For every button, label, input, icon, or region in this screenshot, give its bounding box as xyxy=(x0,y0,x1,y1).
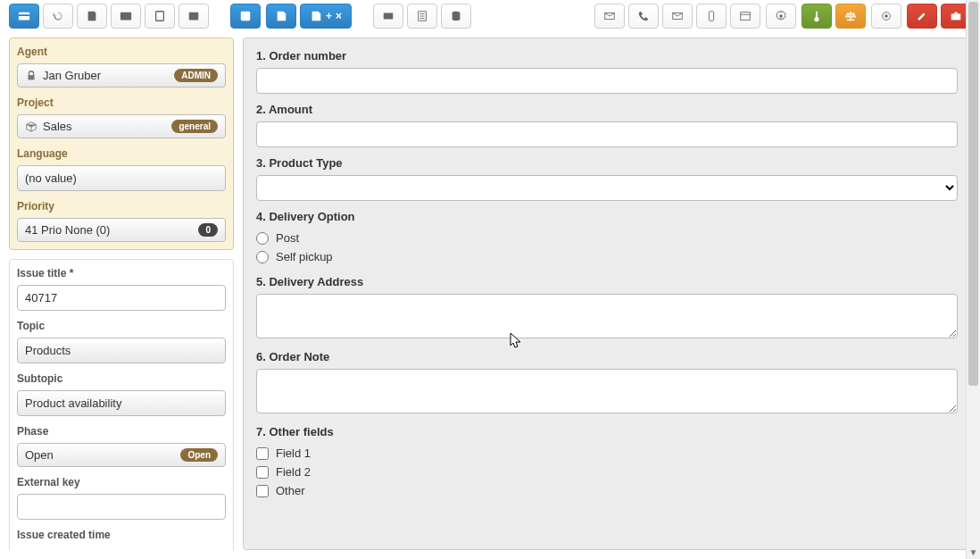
save-close-button[interactable]: + × xyxy=(300,4,352,29)
issuetitle-input[interactable] xyxy=(17,285,226,311)
delivery-self-radio-row[interactable]: Self pickup xyxy=(256,247,958,266)
f3-label: 3. Product Type xyxy=(256,156,958,170)
f6-label: 6. Order Note xyxy=(256,350,958,363)
svg-point-23 xyxy=(814,17,818,21)
language-field[interactable]: (no value) xyxy=(17,165,226,191)
delivery-self-radio[interactable] xyxy=(256,251,269,263)
delivery-address-textarea[interactable] xyxy=(256,294,958,338)
project-field[interactable]: Sales general xyxy=(17,114,226,138)
target-button[interactable] xyxy=(871,4,901,29)
issuetitle-label: Issue title * xyxy=(17,267,226,280)
idcard-button[interactable] xyxy=(111,4,141,29)
card-button[interactable] xyxy=(9,4,39,29)
view-list-button[interactable] xyxy=(407,4,437,29)
svg-rect-2 xyxy=(120,13,131,21)
delivery-post-radio[interactable] xyxy=(256,232,269,245)
svg-rect-8 xyxy=(313,13,317,15)
priority-badge: 0 xyxy=(198,223,218,237)
order-note-textarea[interactable] xyxy=(256,369,958,413)
save-button[interactable] xyxy=(266,4,296,29)
page-scrollbar[interactable]: ▼ xyxy=(966,0,980,559)
thermo-button[interactable] xyxy=(801,4,832,29)
externalkey-input[interactable] xyxy=(17,494,226,520)
svg-rect-27 xyxy=(954,13,958,14)
issuecreated-label: Issue created time xyxy=(17,529,226,541)
other-other-row[interactable]: Other xyxy=(256,481,958,500)
subtopic-field[interactable]: Product availability xyxy=(17,390,226,416)
main-form-area: 1. Order number 2. Amount 3. Product Typ… xyxy=(243,38,971,550)
other-other-check[interactable] xyxy=(256,485,269,497)
svg-rect-6 xyxy=(278,13,282,15)
phase-value: Open xyxy=(25,448,54,462)
externalkey-label: External key xyxy=(17,476,226,488)
delivery-post-radio-row[interactable]: Post xyxy=(256,229,958,247)
agent-label: Agent xyxy=(17,46,226,58)
save-close-plus: + xyxy=(326,10,332,22)
other-field2-check[interactable] xyxy=(256,466,269,479)
svg-rect-9 xyxy=(313,17,318,21)
product-type-select[interactable] xyxy=(256,175,958,201)
balance-button[interactable] xyxy=(835,4,866,29)
priority-value: 41 Prio None (0) xyxy=(25,223,110,237)
other-field2-row[interactable]: Field 2 xyxy=(256,463,958,481)
check-button[interactable] xyxy=(230,4,261,29)
language-label: Language xyxy=(17,147,226,160)
top-toolbar: + × xyxy=(0,0,980,38)
svg-rect-28 xyxy=(29,75,35,79)
f4-label: 4. Delivery Option xyxy=(256,210,958,223)
mobile-button[interactable] xyxy=(696,4,727,29)
gear-button[interactable] xyxy=(766,4,796,29)
f7-label: 7. Other fields xyxy=(256,425,958,438)
database-button[interactable] xyxy=(441,4,471,29)
form-panel: 1. Order number 2. Amount 3. Product Typ… xyxy=(243,38,971,550)
contacts-button[interactable] xyxy=(179,4,209,29)
project-label: Project xyxy=(17,96,226,109)
subtopic-value: Product availability xyxy=(25,396,121,410)
svg-rect-22 xyxy=(816,12,818,18)
history-button[interactable] xyxy=(43,4,73,29)
view-card-button[interactable] xyxy=(373,4,403,29)
topic-value: Products xyxy=(25,344,71,357)
svg-point-21 xyxy=(779,14,783,18)
topic-field[interactable]: Products xyxy=(17,338,226,363)
f5-label: 5. Delivery Address xyxy=(256,275,958,288)
cube-icon xyxy=(25,121,37,133)
delivery-post-label: Post xyxy=(276,231,299,245)
save-close-x: × xyxy=(336,10,342,22)
svg-rect-7 xyxy=(278,17,283,21)
order-number-input[interactable] xyxy=(256,68,958,94)
inbox-button[interactable] xyxy=(662,4,693,29)
panel-context: Agent Jan Gruber ADMIN Project Sales gen… xyxy=(9,38,234,250)
delivery-self-label: Self pickup xyxy=(276,250,333,263)
svg-rect-4 xyxy=(189,13,199,21)
other-field1-check[interactable] xyxy=(256,447,269,460)
other-field1-row[interactable]: Field 1 xyxy=(256,444,958,463)
window-button[interactable] xyxy=(730,4,760,29)
doc-button[interactable] xyxy=(145,4,175,29)
priority-field[interactable]: 41 Prio None (0) 0 xyxy=(17,218,226,242)
scrollbar-thumb[interactable] xyxy=(968,2,978,386)
svg-point-25 xyxy=(884,14,888,18)
other-other-label: Other xyxy=(276,484,305,497)
phase-badge: Open xyxy=(180,448,218,462)
mail-button[interactable] xyxy=(594,4,625,29)
svg-rect-10 xyxy=(384,13,394,20)
f1-label: 1. Order number xyxy=(256,49,958,63)
phone-button[interactable] xyxy=(628,4,659,29)
svg-rect-18 xyxy=(709,12,713,21)
project-value: Sales xyxy=(43,120,72,133)
language-value: (no value) xyxy=(25,171,77,185)
priority-label: Priority xyxy=(17,200,226,213)
scrollbar-down-arrow[interactable]: ▼ xyxy=(967,545,980,559)
agent-field[interactable]: Jan Gruber ADMIN xyxy=(17,63,226,88)
svg-rect-3 xyxy=(156,12,164,21)
amount-input[interactable] xyxy=(256,121,958,147)
note-button[interactable] xyxy=(77,4,107,29)
agent-value: Jan Gruber xyxy=(43,69,101,82)
other-field1-label: Field 1 xyxy=(276,446,311,460)
phase-field[interactable]: Open Open xyxy=(17,443,226,467)
phase-label: Phase xyxy=(17,425,226,438)
topic-label: Topic xyxy=(17,320,226,332)
svg-rect-19 xyxy=(741,13,751,21)
edit-button[interactable] xyxy=(907,4,937,29)
